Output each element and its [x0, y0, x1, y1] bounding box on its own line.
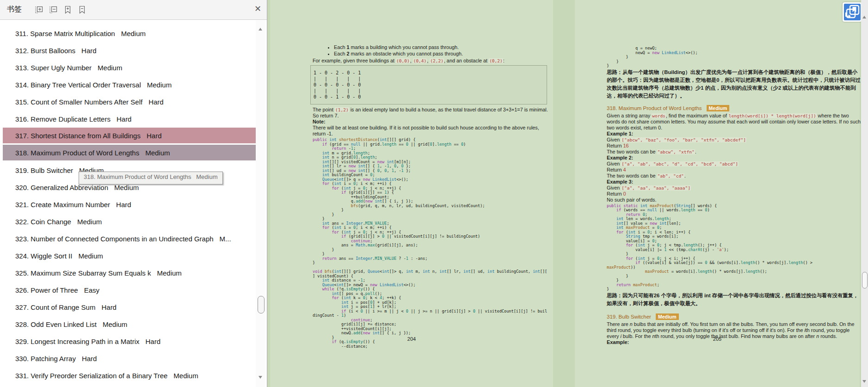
- bookmark-item-326[interactable]: 326. Power of ThreeEasy: [3, 282, 256, 299]
- bookmark-title: 330. Patching Array: [15, 355, 76, 362]
- paragraph: Return 0: [607, 191, 861, 197]
- bookmark-item-328[interactable]: 328. Odd Even Linked ListMedium: [3, 316, 256, 333]
- bookmark-item-317[interactable]: 317. Shortest Distance from All Building…: [3, 128, 256, 145]
- bookmark-title: 320. Generalized Abbreviation: [15, 184, 108, 191]
- scroll-down-icon[interactable]: [259, 376, 262, 379]
- document-area: Each 1 marks a building which you cannot…: [268, 0, 861, 387]
- java-code-block: public int shortestDistance(int[][] grid…: [313, 138, 550, 349]
- paragraph: 思路：因为只可能有26 个字母，所以利用 int 存储一个词中各字母出现情况，然…: [607, 292, 861, 307]
- bookmark-item-330[interactable]: 330. Patching ArrayHard: [3, 350, 256, 367]
- bullet-list: Each 1 marks a building which you cannot…: [313, 44, 550, 57]
- bookmark-item-327[interactable]: 327. Count of Range SumHard: [3, 299, 256, 316]
- bookmark-title: 321. Create Maximum Number: [15, 201, 110, 209]
- paragraph: 思路：从每一个建筑物（Building）出发广度优先为每一点计算到各个建筑物距离…: [607, 68, 861, 100]
- bookmark-title: 322. Coin Change: [15, 218, 71, 226]
- bookmark-difficulty: Medium: [157, 269, 181, 277]
- bookmark-item-311[interactable]: 311. Sparse Matrix MultiplicationMedium: [3, 25, 256, 42]
- paragraph: Return 4: [607, 167, 861, 173]
- bookmark-item-323[interactable]: 323. Number of Connected Components in a…: [3, 230, 256, 247]
- page-205-content: q = newQ; newQ = new LinkedList<>(); } }…: [607, 45, 861, 345]
- paragraph: The two words can be "abcw", "xtfn".: [607, 149, 861, 155]
- bookmark-title: 319. Bulb Switcher: [15, 166, 73, 174]
- section-title: 319. Bulb Switcher: [607, 314, 651, 319]
- page-number-left: 204: [270, 336, 553, 342]
- bookmark-title: 318. Maximum Product of Word Lengths: [15, 149, 139, 157]
- bookmark-difficulty: Medium: [121, 30, 146, 37]
- bookmark-title: 313. Super Ugly Number: [15, 64, 92, 72]
- bookmark-difficulty: Medium: [78, 252, 103, 260]
- page-205: q = newQ; newQ = new LinkedList<>(); } }…: [575, 0, 860, 387]
- bookmark-difficulty: Medium: [145, 149, 170, 157]
- bookmark-item-325[interactable]: 325. Maximum Size Subarray Sum Equals kM…: [3, 264, 256, 282]
- spacer: [607, 307, 861, 312]
- bookmark-item-318[interactable]: 318. Maximum Product of Word LengthsMedi…: [3, 145, 256, 162]
- bookmark-item-322[interactable]: 322. Coin ChangeMedium: [3, 213, 256, 230]
- spacer: [607, 100, 861, 104]
- bookmark-list: 311. Sparse Matrix MultiplicationMedium3…: [0, 20, 256, 387]
- bookmark-title: 323. Number of Connected Components in a…: [15, 235, 214, 243]
- bookmark-item-331[interactable]: 331. Verify Preorder Serialization of a …: [3, 367, 256, 384]
- bookmark-item-324[interactable]: 324. Wiggle Sort IIMedium: [3, 247, 256, 264]
- page-number-right: 205: [575, 336, 860, 342]
- bookmark-title: 326. Power of Three: [15, 286, 78, 294]
- java-code-block: q = newQ; newQ = new LinkedList<>(); } }…: [607, 46, 861, 68]
- paragraph: No such pair of words.: [607, 197, 861, 203]
- bookmark-item-316[interactable]: 316. Remove Duplicate LettersHard: [3, 111, 256, 128]
- java-code-block: public static int maxProduct(String[] wo…: [607, 204, 861, 292]
- go-to-bookmark-icon: [844, 4, 861, 20]
- bookmark-item-315[interactable]: 315. Count of Smaller Numbers After Self…: [3, 93, 256, 111]
- delete-bookmark-icon[interactable]: [77, 5, 86, 14]
- bookmark-item-321[interactable]: 321. Create Maximum NumberHard: [3, 196, 256, 213]
- bookmark-difficulty: Medium: [173, 372, 198, 380]
- bookmark-difficulty: Medium: [77, 218, 102, 226]
- bookmark-title: 316. Remove Duplicate Letters: [15, 115, 111, 123]
- difficulty-badge: Medium: [707, 105, 730, 111]
- paragraph: Given a string array words, find the max…: [607, 113, 861, 131]
- bookmark-difficulty: Hard: [148, 98, 164, 106]
- window-scroll-down-icon[interactable]: [862, 380, 866, 383]
- bookmark-title: 314. Binary Tree Vertical Order Traversa…: [15, 81, 141, 89]
- bookmark-item-312[interactable]: 312. Burst BalloonsHard: [3, 42, 256, 59]
- window-scrollbar-thumb[interactable]: [862, 272, 868, 289]
- page-204: Each 1 marks a building which you cannot…: [270, 0, 553, 387]
- expand-all-icon[interactable]: [34, 5, 43, 14]
- bookmark-title: 331. Verify Preorder Serialization of a …: [15, 372, 167, 380]
- bookmark-scrollbar[interactable]: [256, 20, 265, 387]
- paragraph: The two words can be "ab", "cd".: [607, 173, 861, 179]
- bookmark-title: 328. Odd Even Linked List: [15, 320, 97, 328]
- paragraph: Example 2:: [607, 155, 861, 161]
- bookmark-difficulty: Medium: [147, 81, 172, 89]
- scroll-up-icon[interactable]: [259, 28, 262, 31]
- bookmark-difficulty: Hard: [147, 132, 162, 140]
- paragraph: There will be at least one building. If …: [313, 125, 550, 137]
- section-title: 318. Maximum Product of Word Lengths: [607, 105, 702, 111]
- paragraph: Given ["a", "aa", "aaa", "aaaa"]: [607, 185, 861, 191]
- bookmark-title: 324. Wiggle Sort II: [15, 252, 72, 260]
- paragraph: Note:: [313, 119, 550, 125]
- paragraph: Given ["abcw", "baz", "foo", "bar", "xtf…: [607, 137, 861, 143]
- bookmark-item-313[interactable]: 313. Super Ugly NumberMedium: [3, 59, 256, 76]
- difficulty-badge: Medium: [656, 313, 679, 320]
- bookmark-float-button-face: [844, 4, 861, 20]
- add-bookmark-icon[interactable]: [63, 5, 72, 14]
- paragraph: Given ["a", "ab", "abc", "d", "cd", "bcd…: [607, 161, 861, 167]
- bookmark-title: 312. Burst Balloons: [15, 47, 75, 55]
- bookmark-difficulty: Medium: [114, 184, 139, 191]
- bookmark-title: 325. Maximum Size Subarray Sum Equals k: [15, 269, 151, 277]
- bookmark-item-314[interactable]: 314. Binary Tree Vertical Order Traversa…: [3, 76, 256, 93]
- section-heading: 319. Bulb SwitcherMedium: [607, 313, 861, 320]
- bookmark-item-329[interactable]: 329. Longest Increasing Path in a Matrix…: [3, 333, 256, 350]
- bookmark-difficulty: M...: [220, 235, 231, 243]
- section-heading: 318. Maximum Product of Word LengthsMedi…: [607, 104, 861, 112]
- bookmark-difficulty: Hard: [82, 355, 97, 362]
- bookmark-scrollbar-thumb[interactable]: [258, 296, 265, 313]
- window-scrollbar[interactable]: [861, 0, 868, 387]
- bookmark-difficulty: Hard: [117, 115, 132, 123]
- collapse-all-icon[interactable]: [49, 5, 58, 14]
- bookmark-tooltip: 318. Maximum Product of Word Lengths Med…: [79, 172, 223, 184]
- bullet-item: Each 2 marks an obstacle which you canno…: [334, 51, 550, 57]
- window-scroll-up-icon[interactable]: [862, 16, 866, 18]
- paragraph: The point (1,2) is an ideal empty land t…: [313, 107, 550, 119]
- close-panel-icon[interactable]: ✕: [254, 4, 261, 14]
- bookmark-float-button[interactable]: [843, 2, 862, 22]
